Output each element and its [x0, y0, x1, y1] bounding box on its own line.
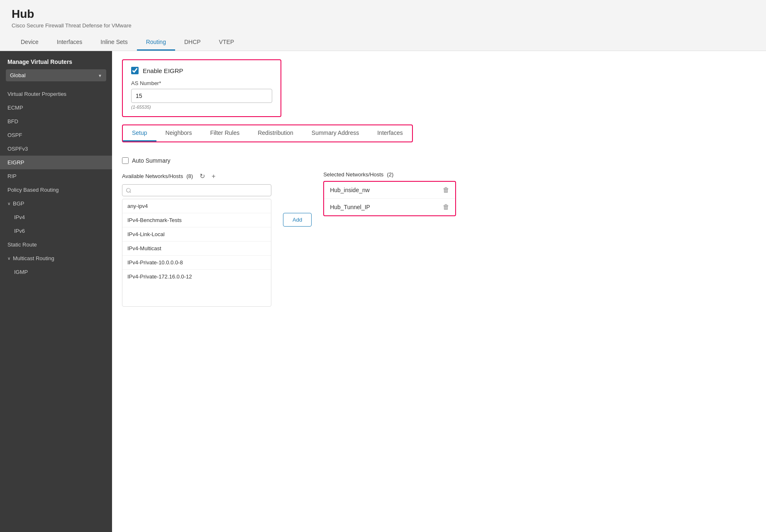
add-network-icon[interactable]: + [210, 172, 217, 181]
sidebar-item-ospfv3[interactable]: OSPFv3 [0, 142, 112, 156]
add-button[interactable]: Add [283, 213, 312, 227]
available-networks-count: (8) [186, 173, 193, 179]
virtual-router-select[interactable]: Global [6, 69, 106, 81]
list-item[interactable]: IPv4-Link-Local [122, 227, 271, 242]
selected-networks-panel: Selected Networks/Hosts (2) Hub_inside_n… [323, 171, 456, 216]
delete-hub-tunnel-icon[interactable]: 🗑 [443, 203, 449, 211]
sidebar-item-virtual-router-properties[interactable]: Virtual Router Properties [0, 87, 112, 101]
available-networks-panel: Available Networks/Hosts (8) ↻ + any-ipv… [122, 171, 271, 307]
sidebar-item-bgp[interactable]: ∨ BGP [0, 197, 112, 210]
eigrp-enable-section: Enable EIGRP AS Number* (1-65535) [122, 59, 281, 117]
search-networks-input[interactable] [122, 184, 271, 196]
tab-inline-sets[interactable]: Inline Sets [91, 34, 137, 51]
multicast-chevron-icon: ∨ [7, 256, 10, 261]
as-number-label: AS Number* [131, 80, 272, 86]
selected-item: Hub_inside_nw 🗑 [324, 182, 455, 199]
sidebar-item-ecmp[interactable]: ECMP [0, 101, 112, 115]
inner-tab-neighbors[interactable]: Neighbors [156, 125, 201, 142]
delete-hub-inside-icon[interactable]: 🗑 [443, 186, 449, 194]
auto-summary-label: Auto Summary [132, 157, 171, 164]
networks-container: Available Networks/Hosts (8) ↻ + any-ipv… [122, 171, 756, 307]
sidebar-item-ipv4[interactable]: IPv4 [0, 210, 112, 224]
inner-tab-filter-rules[interactable]: Filter Rules [201, 125, 249, 142]
sidebar-item-static-route[interactable]: Static Route [0, 238, 112, 251]
selected-networks-list: Hub_inside_nw 🗑 Hub_Tunnel_IP 🗑 [323, 181, 456, 216]
sidebar-item-policy-based-routing[interactable]: Policy Based Routing [0, 183, 112, 197]
virtual-router-dropdown: Global [6, 69, 106, 81]
auto-summary-checkbox[interactable] [122, 157, 129, 164]
inner-tab-redistribution[interactable]: Redistribution [249, 125, 302, 142]
selected-item-label: Hub_Tunnel_IP [330, 204, 370, 210]
list-item[interactable]: IPv4-Private-172.16.0.0-12 [122, 270, 271, 283]
sidebar-item-rip[interactable]: RIP [0, 169, 112, 183]
tab-interfaces[interactable]: Interfaces [48, 34, 91, 51]
sidebar-title: Manage Virtual Routers [0, 51, 112, 69]
sidebar: Manage Virtual Routers Global Virtual Ro… [0, 51, 112, 532]
available-networks-header: Available Networks/Hosts (8) ↻ + [122, 171, 271, 181]
enable-eigrp-label: Enable EIGRP [143, 67, 183, 74]
list-item[interactable]: IPv4-Multicast [122, 242, 271, 256]
tab-vtep[interactable]: VTEP [210, 34, 244, 51]
tab-device[interactable]: Device [12, 34, 48, 51]
list-item[interactable]: any-ipv4 [122, 199, 271, 213]
add-button-container: Add [283, 171, 312, 227]
refresh-icon[interactable]: ↻ [198, 171, 207, 181]
inner-tab-interfaces[interactable]: Interfaces [368, 125, 412, 142]
setup-content: Auto Summary Available Networks/Hosts (8… [122, 157, 756, 307]
as-number-hint: (1-65535) [131, 105, 272, 110]
sidebar-item-bfd[interactable]: BFD [0, 115, 112, 128]
inner-tab-summary-address[interactable]: Summary Address [302, 125, 368, 142]
available-networks-list: any-ipv4 IPv4-Benchmark-Tests IPv4-Link-… [122, 199, 271, 307]
sidebar-item-ipv6[interactable]: IPv6 [0, 224, 112, 238]
sidebar-item-ospf[interactable]: OSPF [0, 128, 112, 142]
selected-networks-count: (2) [387, 171, 393, 178]
page-title: Hub [12, 7, 754, 21]
enable-eigrp-checkbox[interactable] [131, 67, 139, 74]
tab-dhcp[interactable]: DHCP [175, 34, 210, 51]
main-content: Enable EIGRP AS Number* (1-65535) Setup … [112, 51, 766, 532]
page-subtitle: Cisco Secure Firewall Threat Defense for… [12, 22, 754, 29]
selected-item: Hub_Tunnel_IP 🗑 [324, 199, 455, 215]
auto-summary-row: Auto Summary [122, 157, 756, 164]
list-item[interactable]: IPv4-Private-10.0.0.0-8 [122, 256, 271, 270]
bgp-chevron-icon: ∨ [7, 201, 10, 206]
inner-tab-setup[interactable]: Setup [123, 125, 156, 142]
sidebar-item-igmp[interactable]: IGMP [0, 265, 112, 279]
list-item[interactable]: IPv4-Benchmark-Tests [122, 213, 271, 227]
as-number-input[interactable] [131, 89, 272, 103]
sidebar-item-multicast-routing[interactable]: ∨ Multicast Routing [0, 251, 112, 265]
selected-networks-title: Selected Networks/Hosts [323, 171, 383, 178]
tab-routing[interactable]: Routing [137, 34, 175, 51]
selected-item-label: Hub_inside_nw [330, 187, 370, 193]
eigrp-inner-tabs: Setup Neighbors Filter Rules Redistribut… [122, 124, 413, 142]
selected-networks-header: Selected Networks/Hosts (2) [323, 171, 456, 178]
sidebar-item-eigrp[interactable]: EIGRP [0, 156, 112, 169]
available-networks-title: Available Networks/Hosts [122, 173, 183, 179]
main-tabs: Device Interfaces Inline Sets Routing DH… [12, 34, 754, 51]
